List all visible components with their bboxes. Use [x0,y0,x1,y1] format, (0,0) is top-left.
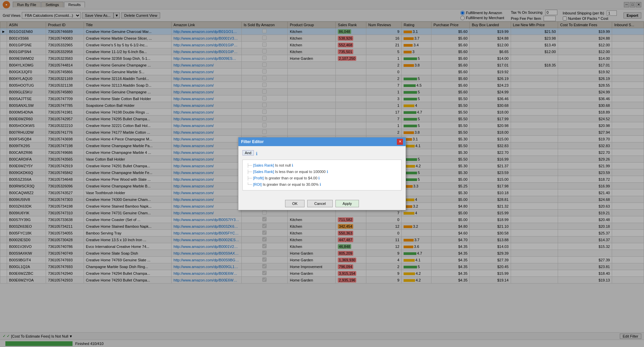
filter-info-icon: ℹ [256,151,258,156]
filter-condition-2: ├─ [Sales Rank] Is less than or equal to… [245,169,399,175]
filter-and-label: And [242,150,254,156]
filter-condition-3: ├─ [Profit] Is greater than or equal to … [245,175,399,181]
filter-info-4: ℹ [320,182,321,186]
modal-body: And ℹ ├─ [Sales Rank] Is not null ℹ ├─ [… [238,146,406,197]
filter-info-1: ℹ [292,163,293,167]
modal-title-bar: Filter Editor ✕ [238,137,406,146]
filter-condition-1: ├─ [Sales Rank] Is not null ℹ [245,163,399,168]
ok-button[interactable]: OK [285,200,305,207]
modal-close-button[interactable]: ✕ [397,139,403,145]
filter-info-3: ℹ [318,176,320,180]
modal-overlay: Filter Editor ✕ And ℹ ├─ [Sales Rank] Is… [0,0,644,347]
filter-condition-4: └─ [ROI] Is greater than or equal to 30.… [245,182,399,187]
filter-info-2: ℹ [327,170,328,174]
cancel-button[interactable]: Cancel [307,200,333,207]
filter-conditions: ├─ [Sales Rank] Is not null ℹ ├─ [Sales … [242,160,402,190]
modal-buttons: OK Cancel Apply [238,197,406,210]
modal-title: Filter Editor [241,139,264,144]
filter-editor-modal: Filter Editor ✕ And ℹ ├─ [Sales Rank] Is… [238,137,406,210]
apply-button[interactable]: Apply [335,200,359,207]
